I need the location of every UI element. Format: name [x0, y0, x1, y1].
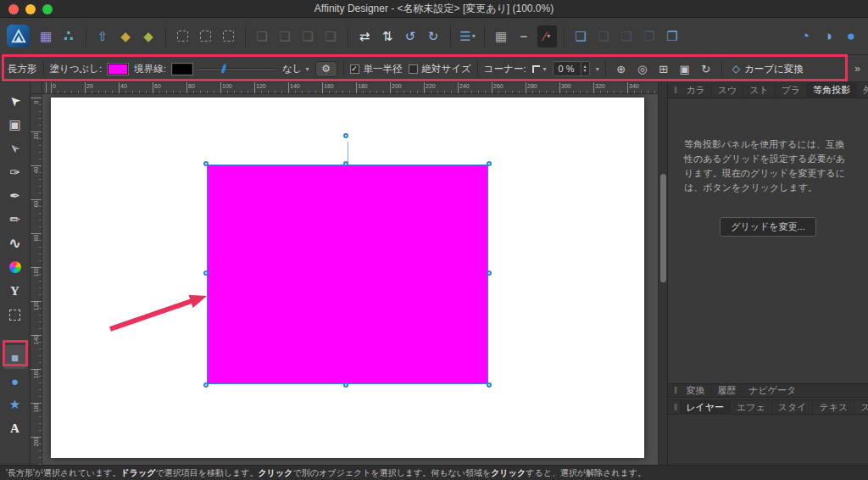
ellipse-tool[interactable]: ● [3, 369, 27, 393]
duplicate-icon[interactable]: ❐ [663, 25, 682, 47]
snapping-divider-icon[interactable]: − [515, 25, 534, 47]
rectangle-tool[interactable]: ■ [3, 345, 27, 369]
document-viewport[interactable] [42, 94, 658, 465]
toolbar-overflow-icon[interactable]: » [854, 63, 860, 75]
selection-handle-ne[interactable] [487, 161, 492, 166]
panel-grip-icon[interactable]: ‖ [674, 403, 677, 412]
transform-objects-separately-icon[interactable]: ▣ [676, 61, 694, 77]
export-icon[interactable]: ⇧ [93, 25, 113, 47]
order-to-back-icon[interactable]: ❏ [321, 25, 341, 47]
tab-history[interactable]: 履歴 [711, 382, 743, 399]
node-tool[interactable]: ➣ [3, 137, 27, 160]
split-view-icon[interactable]: ● [842, 25, 861, 47]
replace-selection-icon[interactable]: ❐ [640, 25, 659, 47]
panel-grip-icon[interactable]: ‖ [674, 386, 677, 395]
crop-tool[interactable] [3, 303, 27, 327]
single-radius-checkbox[interactable]: ✓ 単一半径 [350, 63, 403, 75]
rotation-handle[interactable] [343, 133, 348, 138]
pen-tool[interactable]: ✒ [3, 184, 27, 208]
tab-stock[interactable]: ストッ [854, 399, 868, 416]
show-grid-icon[interactable]: ▦ [492, 25, 511, 47]
cycle-selection-box-icon[interactable]: ◎ [633, 61, 652, 77]
rotate-cw-icon[interactable]: ↻ [424, 25, 443, 47]
absolute-size-checkbox[interactable]: 絶対サイズ [409, 63, 471, 75]
selection-handle-e[interactable] [487, 271, 492, 276]
vector-brush-tool[interactable]: ∿ [3, 232, 27, 255]
insert-behind-icon[interactable]: ❏ [571, 25, 591, 47]
marquee-rectangle-icon[interactable] [173, 25, 192, 47]
stepper-arrows[interactable]: ▴ ▾ [581, 62, 589, 75]
tab-color[interactable]: カラ [680, 82, 712, 98]
alignment-icon[interactable]: ☰ ▾ [458, 25, 477, 47]
view-mode-icon[interactable]: ◑ [819, 25, 838, 47]
assets-icon[interactable]: ◆ [139, 25, 159, 47]
tab-text-styles[interactable]: テキス [813, 399, 854, 416]
fill-color-swatch[interactable] [108, 64, 128, 75]
stroke-style-dropdown[interactable]: なし ▾ [282, 63, 309, 75]
transparency-tool[interactable]: Y [3, 279, 27, 303]
corner-type-dropdown[interactable]: ▾ [532, 65, 547, 73]
text-tool[interactable]: A [3, 416, 27, 440]
move-tool[interactable]: ➤ [3, 89, 27, 113]
insert-on-top-icon[interactable]: ❏ [617, 25, 637, 47]
reset-rotation-icon[interactable]: ↻ [697, 61, 715, 77]
layers-panel-body[interactable] [668, 415, 868, 465]
tab-swatches[interactable]: スウ [712, 82, 744, 98]
marquee-row-icon[interactable] [219, 25, 238, 47]
corner-radius-stepper[interactable]: 0 % ▴ ▾ [553, 61, 590, 76]
place-image-icon[interactable]: ◆ [116, 25, 136, 47]
close-button[interactable] [8, 4, 19, 14]
insert-inside-icon[interactable]: ❏ [594, 25, 614, 47]
tab-transform[interactable]: 変換 [680, 382, 711, 399]
marquee-column-icon[interactable] [196, 25, 215, 47]
selection-handle-n[interactable] [343, 161, 348, 166]
flip-horizontal-icon[interactable]: ⇄ [355, 25, 375, 47]
order-backward-icon[interactable]: ❏ [298, 25, 318, 47]
selection-handle-w[interactable] [203, 271, 209, 276]
view-quality-icon[interactable]: ◔ [796, 25, 815, 47]
chevron-down-icon[interactable]: ▾ [596, 65, 599, 73]
rotate-ccw-icon[interactable]: ↺ [401, 25, 420, 47]
selection-handle-s[interactable] [343, 382, 348, 388]
edit-grid-button[interactable]: グリッドを変更... [720, 217, 815, 237]
show-alignment-handles-icon[interactable]: ⊞ [654, 61, 673, 77]
tab-brushes[interactable]: ブラ [776, 82, 808, 98]
stroke-width-slider[interactable] [198, 63, 276, 75]
corner-tool[interactable]: ✑ [3, 160, 27, 184]
ruler-label: 120 [256, 83, 266, 89]
document-scrollbar[interactable] [658, 82, 668, 465]
tab-layers[interactable]: レイヤー [680, 399, 731, 416]
tab-isometric[interactable]: 等角投影 [807, 82, 857, 98]
fill-tool[interactable] [3, 255, 27, 279]
convert-to-curves-button[interactable]: ◇ カーブに変換 [728, 61, 808, 77]
stepper-down-icon[interactable]: ▾ [584, 69, 587, 73]
snapping-toggle-icon[interactable]: ∕ ▾ [537, 25, 557, 47]
flip-vertical-icon[interactable]: ⇅ [378, 25, 398, 47]
selection-handle-sw[interactable] [203, 382, 209, 388]
tab-navigator[interactable]: ナビゲータ [743, 382, 802, 399]
star-tool[interactable]: ★ [3, 393, 27, 416]
fullscreen-button[interactable] [42, 4, 53, 14]
order-to-front-icon[interactable]: ❏ [253, 25, 272, 47]
selected-rectangle-shape[interactable] [208, 165, 487, 383]
artboard-tool[interactable]: ▣ [3, 113, 27, 137]
tab-stroke[interactable]: スト [743, 82, 776, 98]
selection-handle-se[interactable] [487, 382, 492, 388]
separator [477, 60, 478, 77]
stroke-properties-button[interactable]: ⚙ [315, 61, 337, 77]
panel-grip-icon[interactable]: ‖ [674, 86, 677, 95]
tab-effects[interactable]: エフェ [731, 399, 772, 416]
transform-origin-icon[interactable]: ⊕ [612, 61, 631, 77]
tab-styles[interactable]: スタイ [772, 399, 814, 416]
scrollbar-thumb[interactable] [660, 174, 666, 282]
pencil-tool[interactable]: ✏ [3, 208, 27, 232]
export-persona-icon[interactable]: ∴ [59, 25, 79, 47]
stroke-color-swatch[interactable] [172, 64, 192, 75]
pixel-persona-icon[interactable]: ▦ [36, 25, 56, 47]
order-forward-icon[interactable]: ❏ [275, 25, 295, 47]
selection-handle-nw[interactable] [203, 161, 209, 166]
tab-appearance[interactable]: 外観 [857, 82, 868, 98]
checkbox-checked-icon[interactable]: ✓ [350, 64, 359, 74]
minimize-button[interactable] [25, 4, 36, 14]
checkbox-unchecked-icon[interactable] [409, 64, 418, 74]
